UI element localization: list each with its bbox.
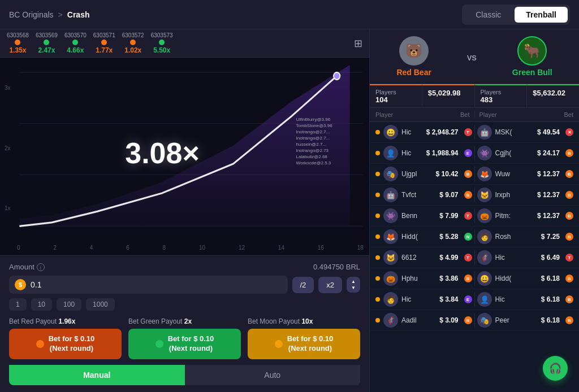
player-name-left: Tvfct [401,191,436,199]
green-bull-avatar: 🐂 [517,36,547,66]
round-item[interactable]: 6303573 5.50x [151,32,173,54]
player-bet-right: $ 6.49 [541,254,560,262]
quick-amounts: 1101001000 [9,298,360,311]
quick-amount-btn[interactable]: 100 [57,298,81,311]
graph-area: 3x 2x 1x [0,58,369,255]
col-header-bet-left: Bet [419,111,470,118]
grid-icon[interactable]: ⊞ [354,37,362,50]
status-dot-left [375,130,380,134]
row-separator [474,250,475,265]
right-half: 🐱 Irxph $ 12.37 B [477,188,574,202]
player-bet-right: $ 6.18 [541,316,560,324]
player-bet-right: $ 12.37 [537,191,560,199]
round-item[interactable]: 6303571 1.77x [93,32,115,54]
bet-btn-yellow[interactable]: Bet for $ 0.10(Next round) [248,329,360,359]
bet-amount-input[interactable] [31,280,282,289]
green-team-name: Green Bull [512,68,552,77]
bet-btn-red[interactable]: Bet for $ 0.10(Next round) [9,329,122,359]
round-id: 6303573 [151,32,173,38]
player-name-right: MSK( [495,128,534,136]
bet-btn-green[interactable]: Bet for $ 0.10(Next round) [128,329,241,359]
round-item[interactable]: 6303568 1.35x [7,32,29,54]
currency-icon-left: N [464,233,472,241]
round-item[interactable]: 6303569 2.47x [36,32,58,54]
payout-value: 10x [301,317,313,325]
breadcrumb: BC Originals > Crash [9,10,89,19]
bet-dot-red [36,340,44,348]
app-container: BC Originals > Crash Classic Trenball 63… [0,0,579,392]
table-row: 🐱 6612 $ 4.99 T 🦸 Hic $ 6.49 T [370,247,579,268]
player-bet-left: $ 2,948.27 [426,128,459,136]
player-bet-right: $ 12.37 [537,212,560,220]
red-players-cell: Players 104 [370,84,422,107]
player-name-left: Hic [401,295,436,303]
left-half: 👤 Hic $ 1,988.94 E [375,146,472,160]
payout-value: 1.96x [58,317,75,325]
player-name-left: Aadil [401,316,436,324]
currency-icon-left: B [464,191,472,199]
round-dot [44,40,49,45]
green-players-cell: Players 483 [475,84,528,107]
col-header-player-right: Player [479,111,523,118]
player-avatar-right: 😀 [477,271,492,286]
player-avatar-right: 🤖 [477,125,492,140]
double-modifier-btn[interactable]: x2 [318,277,342,293]
player-avatar-right: 👤 [477,292,492,307]
header: BC Originals > Crash Classic Trenball [0,0,579,29]
status-dot-left [375,151,380,155]
table-row: 🎭 Ujgpl $ 10.42 B 🦊 Wuw $ 12.37 B [370,164,579,185]
round-item[interactable]: 6303570 4.66x [64,32,87,54]
currency-icon-right: B [565,170,573,178]
support-button[interactable]: 🎧 [543,356,568,381]
tab-manual[interactable]: Manual [9,365,185,385]
player-name-left: Hic [401,128,423,136]
player-bet-right: $ 6.18 [541,295,560,303]
right-half: 🦸 Hic $ 6.49 T [477,250,574,265]
chart-player-item: Workocde@2.5.3 [296,160,332,165]
row-separator [474,188,475,202]
currency-icon-right: B [565,191,573,199]
quick-amount-btn[interactable]: 1 [9,298,27,311]
chart-player-item: Inotrango@2.7... [296,136,332,141]
round-item[interactable]: 6303572 1.02x [122,32,144,54]
status-dot-left [375,214,380,218]
left-half: 🎃 Hphu $ 3.86 B [375,271,472,286]
currency-icon-left: E [464,295,472,303]
row-separator [474,208,475,223]
round-mult: 4.66x [67,46,84,54]
player-bet-left: $ 5.28 [439,233,458,241]
player-bet-left: $ 10.42 [435,170,458,178]
right-panel: 🐻 Red Bear VS 🐂 Green Bull Players 104 [370,29,579,392]
green-team-info: 🐂 Green Bull [512,36,552,77]
bet-dot-green [155,340,163,348]
left-half: 🎭 Ujgpl $ 10.42 B [375,167,472,181]
currency-icon-right: B [565,233,573,241]
tab-classic[interactable]: Classic [464,7,512,23]
currency-icon-right: B [565,149,573,157]
manual-auto-tabs: Manual Auto [9,365,360,385]
tab-auto[interactable]: Auto [185,365,361,385]
left-half: 🦊 Hidd( $ 5.28 N [375,229,472,244]
green-players-label: Players [481,89,521,95]
chart-player-item: Inotrango@2.73 [296,148,332,153]
player-avatar-right: 🐱 [477,188,492,202]
player-name-right: Hic [495,295,538,303]
quick-amount-btn[interactable]: 10 [31,298,52,311]
round-dot [159,40,165,45]
table-row: 🧑 Hic $ 3.84 E 👤 Hic $ 6.18 B [370,289,579,310]
main-layout: 6303568 1.35x 6303569 2.47x 6303570 4.66… [0,29,579,392]
round-mult: 1.35x [9,46,26,54]
tab-trenball[interactable]: Trenball [515,7,568,23]
player-bet-right: $ 7.25 [541,233,560,241]
stepper-btn[interactable]: ▲ ▼ [347,277,360,293]
player-bet-left: $ 3.86 [439,275,458,282]
red-bear-avatar: 🐻 [399,36,429,66]
round-id: 6303569 [36,32,58,38]
player-bet-left: $ 3.09 [439,316,458,324]
chart-player-item: UlfinBlurry@3.96 [296,117,332,122]
red-team-info: 🐻 Red Bear [396,36,431,77]
half-modifier-btn[interactable]: /2 [292,277,314,293]
player-bet-right: $ 49.54 [537,128,560,136]
right-half: 🦊 Wuw $ 12.37 B [477,167,574,181]
quick-amount-btn[interactable]: 1000 [86,298,115,311]
